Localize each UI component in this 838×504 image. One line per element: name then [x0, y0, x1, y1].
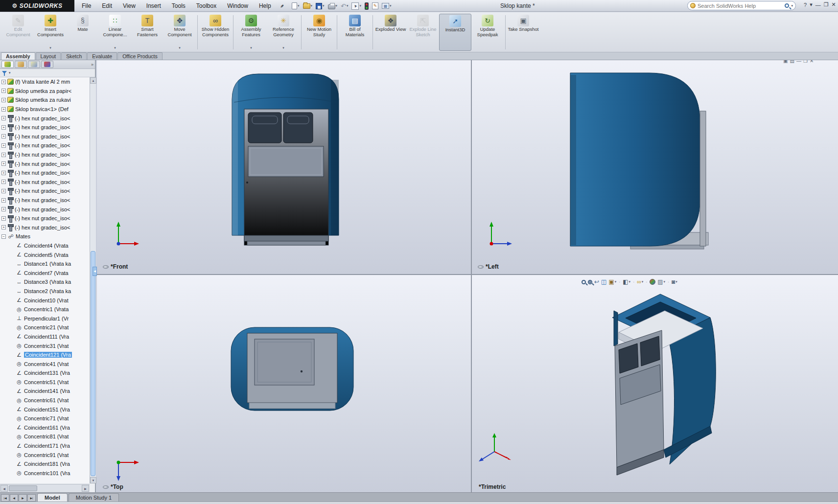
viewport-layout-2-button[interactable]: ▤ — [790, 60, 794, 64]
tab-evaluate[interactable]: Evaluate — [87, 52, 117, 60]
tab-assembly[interactable]: Assembly — [1, 52, 35, 60]
expand-icon[interactable]: + — [1, 134, 6, 138]
panel-more-icon[interactable]: » — [91, 62, 93, 67]
viewport-layout-button[interactable]: ▣ — [783, 60, 788, 64]
tab-nav-icon-2[interactable]: ▶ — [19, 494, 27, 502]
expand-icon[interactable]: + — [1, 180, 6, 184]
mate-item-concentric31-vrat[interactable]: ◎Concentric31 (Vrat — [0, 341, 90, 350]
insert-components-button[interactable]: ✚Insert Components▾ — [34, 14, 67, 51]
dropdown-arrow-icon[interactable]: ▾ — [114, 46, 116, 50]
tree-item-hex-nut-gradec-iso[interactable]: +(-) hex nut gradec_iso< — [0, 178, 90, 187]
mate-item-coincident141-vra[interactable]: ∠Coincident141 (Vra — [0, 387, 90, 396]
viewport-top[interactable] — [97, 275, 471, 492]
tab-nav-icon-3[interactable]: ▶| — [27, 494, 36, 502]
expand-icon[interactable]: + — [1, 116, 6, 120]
smart-fasteners-button[interactable]: TSmart Fasteners — [131, 14, 163, 51]
dropdown-arrow-icon[interactable]: ▾ — [359, 4, 361, 8]
pin-icon[interactable]: ✒ — [278, 2, 285, 10]
mate-item-coincident5-vrata[interactable]: ∠Coincident5 (Vrata — [0, 250, 90, 259]
tab-nav-icon-1[interactable]: ◀ — [10, 494, 18, 502]
viewport-front[interactable] — [97, 60, 471, 274]
filter-icon[interactable] — [2, 70, 7, 76]
hide-show-items-icon[interactable]: ∞▾ — [637, 278, 643, 285]
dropdown-arrow-icon[interactable]: ▾ — [298, 4, 300, 8]
viewport-left[interactable] — [472, 60, 838, 274]
select-cursor-icon[interactable]: ➤▾ — [350, 2, 362, 10]
tree-item-hex-nut-gradec-iso[interactable]: +(-) hex nut gradec_iso< — [0, 196, 90, 205]
tree-vertical-scrollbar[interactable]: ▲ ▼ — [90, 77, 96, 483]
expand-icon[interactable]: + — [1, 207, 6, 211]
tree-item-sklop-umetka-za-papir[interactable]: +Sklop umetka za papir< — [0, 87, 90, 96]
dropdown-arrow-icon[interactable]: ▾ — [336, 4, 338, 8]
mate-item-perpendicular1-vr[interactable]: ⊥Perpendicular1 (Vr — [0, 314, 90, 323]
dropdown-arrow-icon[interactable]: ▾ — [642, 280, 644, 284]
zoom-to-area-icon[interactable] — [588, 280, 592, 284]
dropdown-arrow-icon[interactable]: ▾ — [629, 280, 631, 284]
scroll-down-icon[interactable]: ▼ — [90, 477, 96, 483]
mate-item-distance3-vrata-ka[interactable]: ↔Distance3 (Vrata ka — [0, 277, 90, 287]
mate-button[interactable]: §Mate — [67, 14, 99, 51]
scroll-right-icon[interactable]: ▶ — [82, 485, 89, 492]
expand-icon[interactable]: + — [1, 98, 6, 102]
mate-item-coincident7-vrata[interactable]: ∠Coincident7 (Vrata — [0, 268, 90, 277]
help-button[interactable]: ? — [804, 2, 807, 8]
move-component-button[interactable]: ✥Move Component▾ — [163, 14, 196, 51]
mate-item-concentric91-vrat[interactable]: ◎Concentric91 (Vrat — [0, 450, 90, 459]
dropdown-arrow-icon[interactable]: ▾ — [664, 280, 666, 284]
linear-compone-button[interactable]: ∷Linear Compone...▾ — [99, 14, 131, 51]
menu-edit[interactable]: Edit — [96, 0, 117, 12]
doc-close-button[interactable]: ✕ — [810, 60, 814, 64]
search-dropdown-arrow-icon[interactable]: ▾ — [791, 4, 793, 8]
window-close-button[interactable]: ✕ — [832, 1, 836, 8]
menu-file[interactable]: File — [76, 0, 96, 12]
dropdown-arrow-icon[interactable]: ▾ — [179, 46, 181, 50]
rebuild-icon[interactable] — [364, 2, 370, 10]
tree-item-hex-nut-gradec-iso[interactable]: +(-) hex nut gradec_iso< — [0, 159, 90, 168]
featuremanager-tree-tab[interactable] — [1, 61, 14, 68]
mate-item-distance1-vrata-ka[interactable]: ↔Distance1 (Vrata ka — [0, 259, 90, 269]
take-snapshot-button[interactable]: ▣Take Snapshot — [507, 14, 539, 51]
apply-scene-icon[interactable]: ▨▾ — [657, 278, 665, 285]
vertical-scroll-thumb[interactable] — [91, 251, 95, 476]
dropdown-arrow-icon[interactable]: ▾ — [347, 4, 349, 8]
reference-geometry-button[interactable]: ✳Reference Geometry▾ — [267, 14, 300, 51]
previous-view-icon[interactable]: ↩ — [594, 278, 599, 285]
menu-tools[interactable]: Tools — [166, 0, 191, 12]
mate-item-coincident111-vra[interactable]: ∠Coincident111 (Vra — [0, 332, 90, 342]
search-icon[interactable] — [785, 3, 789, 8]
section-view-icon[interactable]: ◫ — [601, 278, 606, 285]
doc-restore-button[interactable]: ❐ — [803, 60, 808, 64]
dropdown-arrow-icon[interactable]: ▾ — [282, 46, 284, 50]
expand-icon[interactable]: + — [1, 153, 6, 157]
scroll-left-icon[interactable]: ◀ — [0, 485, 8, 492]
tab-sketch[interactable]: Sketch — [61, 52, 87, 60]
expand-icon[interactable]: + — [1, 107, 6, 112]
tree-item-hex-nut-gradec-iso[interactable]: +(-) hex nut gradec_iso< — [0, 168, 90, 178]
menu-view[interactable]: View — [117, 0, 141, 12]
search-input[interactable] — [698, 3, 783, 9]
window-minimize-button[interactable]: — — [815, 2, 821, 8]
zoom-to-fit-icon[interactable] — [582, 280, 586, 284]
save-icon[interactable]: ▾ — [315, 2, 326, 10]
menu-insert[interactable]: Insert — [141, 0, 166, 12]
mate-item-coincident171-vra[interactable]: ∠Coincident171 (Vra — [0, 441, 90, 451]
view-orientation-icon[interactable]: ▣▾ — [608, 278, 616, 285]
expand-icon[interactable]: + — [1, 216, 6, 221]
dropdown-arrow-icon[interactable]: ▾ — [615, 280, 617, 284]
tab-office-products[interactable]: Office Products — [117, 52, 163, 60]
mate-item-coincident161-vra[interactable]: ∠Coincident161 (Vra — [0, 423, 90, 433]
help-dropdown-arrow-icon[interactable]: ▾ — [810, 1, 813, 8]
dropdown-arrow-icon[interactable]: ▾ — [250, 46, 252, 50]
mate-item-coincident121-vra[interactable]: ∠Coincident121 (Vra — [0, 350, 90, 360]
mate-item-concentric61-vrat[interactable]: ◎Concentric61 (Vrat — [0, 396, 90, 405]
mate-item-coincident4-vrata[interactable]: ∠Coincident4 (Vrata — [0, 241, 90, 251]
tree-item-hex-nut-gradec-iso[interactable]: +(-) hex nut gradec_iso< — [0, 214, 90, 223]
mate-item-coincident10-vrat[interactable]: ∠Coincident10 (Vrat — [0, 296, 90, 305]
doc-minimize-button[interactable]: — — [796, 60, 801, 64]
expand-icon[interactable]: + — [1, 80, 6, 84]
tree-horizontal-scrollbar[interactable]: ◀ ▶ — [0, 484, 90, 492]
expand-icon[interactable]: + — [1, 198, 6, 203]
propertymanager-tab[interactable] — [15, 61, 27, 68]
instant3d-button[interactable]: ➚Instant3D — [439, 14, 471, 51]
tab-motion-study-1[interactable]: Motion Study 1 — [69, 493, 119, 502]
